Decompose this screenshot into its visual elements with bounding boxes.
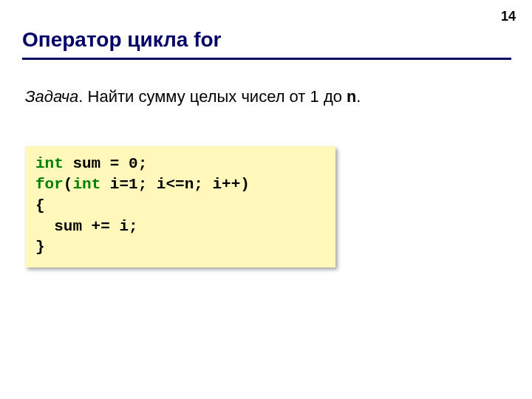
keyword-int: int xyxy=(35,155,64,172)
task-statement: Задача. Найти сумму целых чисел от 1 до … xyxy=(25,87,361,107)
code-l2-mid: ( xyxy=(64,176,73,193)
code-l5: } xyxy=(35,239,45,256)
code-content: int sum = 0; for(int i=1; i<=n; i++) { s… xyxy=(35,154,325,259)
task-text-after: . xyxy=(356,87,361,106)
keyword-for: for xyxy=(35,176,64,193)
page-title: Оператор цикла for xyxy=(22,28,222,52)
code-l1-rest: sum = 0; xyxy=(64,155,147,172)
code-l4: sum += i; xyxy=(35,218,138,235)
task-text-before: . Найти сумму целых чисел от 1 до xyxy=(78,87,347,106)
title-underline xyxy=(22,58,511,60)
task-n: n xyxy=(347,89,356,107)
keyword-int-2: int xyxy=(72,176,100,193)
task-label: Задача xyxy=(25,87,78,106)
code-l2-rest: i=1; i<=n; i++) xyxy=(100,176,250,193)
code-l3: { xyxy=(35,197,45,214)
code-block: int sum = 0; for(int i=1; i<=n; i++) { s… xyxy=(25,146,335,267)
slide: 14 Оператор цикла for Задача. Найти сумм… xyxy=(0,0,532,399)
page-number: 14 xyxy=(501,9,516,24)
